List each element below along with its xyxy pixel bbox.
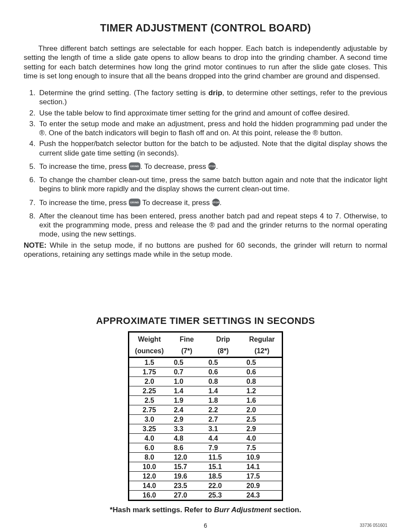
table-cell: 1.6 — [242, 395, 283, 405]
table-cell: 4.0 — [129, 433, 170, 443]
step-3: To enter the setup mode and make an adju… — [37, 119, 387, 138]
table-cell: 3.0 — [129, 414, 170, 424]
table-cell: 7.5 — [242, 443, 283, 452]
stop-button-icon: STOP — [208, 162, 216, 170]
table-cell: 0.5 — [204, 357, 242, 367]
table-cell: 14.0 — [129, 481, 170, 490]
table-cell: 8.6 — [169, 443, 204, 452]
col-drip-h2: (8*) — [204, 345, 242, 358]
step-2: Use the table below to find approximate … — [37, 109, 387, 118]
table-cell: 14.1 — [242, 462, 283, 471]
col-weight-h2: (ounces) — [129, 345, 170, 358]
col-weight-h1: Weight — [129, 332, 170, 345]
table-cell: 23.5 — [169, 481, 204, 490]
table-cell: 17.5 — [242, 471, 283, 481]
table-cell: 0.8 — [204, 376, 242, 386]
table-cell: 10.0 — [129, 462, 170, 471]
step-5-text-c: . — [216, 162, 218, 171]
table-cell: 2.4 — [169, 405, 204, 414]
table-cell: 0.6 — [242, 367, 283, 376]
table-cell: 24.3 — [242, 490, 283, 500]
table-row: 10.015.715.114.1 — [129, 462, 283, 471]
note-text: While in the setup mode, if no buttons a… — [24, 241, 387, 258]
table-row: 16.027.025.324.3 — [129, 490, 283, 500]
table-body: 1.50.50.50.51.750.70.60.62.01.00.80.82.2… — [129, 357, 283, 500]
table-row: 1.50.50.50.5 — [129, 357, 283, 367]
table-cell: 1.8 — [204, 395, 242, 405]
table-cell: 2.5 — [129, 395, 170, 405]
table-cell: 3.3 — [169, 424, 204, 433]
table-row: 14.023.522.020.9 — [129, 481, 283, 490]
page-footer: 6 33736 051601 — [24, 522, 387, 531]
col-regular-h1: Regular — [242, 332, 283, 345]
col-fine-h1: Fine — [169, 332, 204, 345]
table-cell: 16.0 — [129, 490, 170, 500]
table-cell: 1.9 — [169, 395, 204, 405]
table-cell: 15.1 — [204, 462, 242, 471]
step-1: Determine the grind setting. (The factor… — [37, 88, 387, 107]
table-row: 6.08.67.97.5 — [129, 443, 283, 452]
intro-paragraph: Three different batch settings are selec… — [24, 44, 387, 81]
stop-button-icon: STOP — [212, 199, 220, 206]
table-cell: 0.5 — [169, 357, 204, 367]
step-5-text-a: To increase the time, press — [39, 162, 129, 171]
table-cell: 1.0 — [169, 376, 204, 386]
table-cell: 2.0 — [242, 405, 283, 414]
note-label: NOTE: — [24, 241, 47, 249]
table-row: 2.752.42.22.0 — [129, 405, 283, 414]
table-cell: 19.6 — [169, 471, 204, 481]
table-cell: 1.5 — [129, 357, 170, 367]
hash-note-c: section. — [271, 506, 301, 514]
table-row: 4.04.84.44.0 — [129, 433, 283, 443]
table-cell: 2.7 — [204, 414, 242, 424]
table-cell: 1.75 — [129, 367, 170, 376]
table-row: 12.019.618.517.5 — [129, 471, 283, 481]
table-cell: 20.9 — [242, 481, 283, 490]
table-cell: 7.9 — [204, 443, 242, 452]
table-cell: 2.9 — [169, 414, 204, 424]
page-title: TIMER ADJUSTMENT (CONTROL BOARD) — [24, 22, 387, 34]
col-drip-h1: Drip — [204, 332, 242, 345]
table-row: 1.750.70.60.6 — [129, 367, 283, 376]
table-row: 3.02.92.72.5 — [129, 414, 283, 424]
table-row: 2.01.00.80.8 — [129, 376, 283, 386]
table-cell: 27.0 — [169, 490, 204, 500]
hash-note: *Hash mark settings. Refer to Burr Adjus… — [24, 505, 387, 514]
table-cell: 2.75 — [129, 405, 170, 414]
step-7: To increase the time, press GRIND To dec… — [37, 198, 387, 207]
steps-list: Determine the grind setting. (The factor… — [24, 88, 387, 239]
step-4: Push the hopper/batch selector button fo… — [37, 139, 387, 158]
step-1-text-a: Determine the grind setting. (The factor… — [39, 89, 209, 97]
table-cell: 12.0 — [129, 471, 170, 481]
table-cell: 2.5 — [242, 414, 283, 424]
table-row: 3.253.33.12.9 — [129, 424, 283, 433]
table-header-row-1: Weight Fine Drip Regular — [129, 332, 283, 345]
table-cell: 2.0 — [129, 376, 170, 386]
table-cell: 18.5 — [204, 471, 242, 481]
table-head: Weight Fine Drip Regular (ounces) (7*) (… — [129, 332, 283, 357]
table-cell: 3.1 — [204, 424, 242, 433]
table-cell: 0.7 — [169, 367, 204, 376]
col-regular-h2: (12*) — [242, 345, 283, 358]
step-7-text-a: To increase the time, press — [39, 199, 129, 207]
step-1-bold: drip — [209, 89, 222, 97]
table-row: 2.51.91.81.6 — [129, 395, 283, 405]
table-cell: 22.0 — [204, 481, 242, 490]
table-cell: 25.3 — [204, 490, 242, 500]
table-cell: 1.2 — [242, 386, 283, 395]
table-title: APPROXIMATE TIMER SETTINGS IN SECONDS — [24, 315, 387, 327]
step-5-text-b: . To decrease, press — [140, 162, 209, 171]
table-cell: 4.8 — [169, 433, 204, 443]
table-cell: 0.5 — [242, 357, 283, 367]
table-row: 8.012.011.510.9 — [129, 452, 283, 462]
step-7-text-c: . — [220, 199, 222, 207]
table-cell: 15.7 — [169, 462, 204, 471]
table-cell: 1.4 — [204, 386, 242, 395]
step-5: To increase the time, press GRIND. To de… — [37, 162, 387, 171]
table-cell: 10.9 — [242, 452, 283, 462]
table-cell: 2.9 — [242, 424, 283, 433]
note-paragraph: NOTE: While in the setup mode, if no but… — [24, 241, 387, 259]
table-cell: 1.4 — [169, 386, 204, 395]
table-cell: 0.6 — [204, 367, 242, 376]
table-cell: 6.0 — [129, 443, 170, 452]
